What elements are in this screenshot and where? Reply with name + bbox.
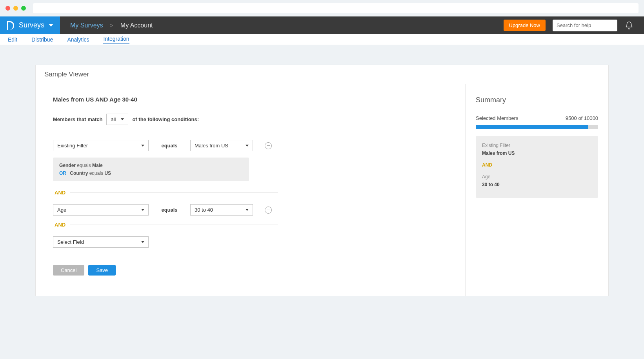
condition-row-3: Select Field [53, 236, 448, 248]
breadcrumb: My Surveys > My Account [60, 16, 153, 34]
progress-fill [476, 125, 588, 129]
selected-members-label: Selected Members [476, 115, 518, 121]
condition-3-field-select[interactable]: Select Field [53, 236, 149, 248]
condition-2-field-select[interactable]: Age [53, 204, 149, 216]
brand-label: Surveys [19, 21, 44, 29]
condition-1-value-select[interactable]: Males from US [190, 140, 253, 151]
detail-country-value: US [104, 170, 111, 176]
chevron-down-icon [49, 24, 53, 27]
detail-country-op: equals [89, 170, 103, 176]
sub-nav: Edit Distribue Analytics Integration [0, 34, 644, 45]
and-label: AND [55, 222, 65, 228]
workspace: Sample Viewer Males from US AND Age 30-4… [0, 45, 644, 316]
selected-members-value: 9500 of 10000 [566, 115, 598, 121]
selected-members-progress [476, 125, 598, 129]
and-divider-2: AND [55, 222, 448, 228]
subnav-edit[interactable]: Edit [8, 36, 17, 43]
minus-icon [267, 145, 270, 146]
remove-condition-1-button[interactable] [265, 142, 272, 149]
subnav-integration[interactable]: Integration [103, 36, 129, 44]
minimize-window-icon[interactable] [13, 6, 18, 11]
condition-2-operator: equals [160, 207, 178, 213]
condition-1-field-select[interactable]: Existing Filter [53, 140, 149, 151]
breadcrumb-separator: > [110, 22, 113, 29]
condition-1-value: Males from US [195, 143, 228, 149]
chevron-down-icon [141, 209, 144, 211]
condition-row-2: Age equals 30 to 40 [53, 204, 448, 216]
sample-viewer-card: Sample Viewer Males from US AND Age 30-4… [35, 65, 609, 296]
help-search-input[interactable] [553, 20, 617, 31]
filter-title: Males from US AND Age 30-40 [53, 96, 448, 103]
brand-dropdown[interactable]: Surveys [0, 16, 60, 34]
action-buttons: Cancel Save [53, 265, 448, 276]
notifications-icon[interactable] [624, 21, 634, 30]
traffic-lights [5, 6, 26, 11]
subnav-distribute[interactable]: Distribue [31, 36, 53, 43]
url-bar[interactable] [33, 3, 639, 13]
window-chrome [0, 0, 644, 16]
close-window-icon[interactable] [5, 6, 10, 11]
summary-filter-1-value: Males from US [482, 149, 592, 157]
match-prefix: Members that match [53, 116, 102, 122]
subnav-analytics[interactable]: Analytics [67, 36, 89, 43]
condition-row-1: Existing Filter equals Males from US [53, 140, 448, 151]
summary-box: Existing Filter Males from US AND Age 30… [476, 136, 598, 198]
card-title: Sample Viewer [36, 65, 608, 84]
breadcrumb-current: My Account [120, 22, 153, 29]
save-button[interactable]: Save [88, 265, 116, 276]
chevron-down-icon [246, 209, 249, 211]
condition-1-detail: Gender equals Male OR Country equals US [53, 158, 249, 181]
summary-title: Summary [476, 96, 598, 104]
chevron-down-icon [121, 118, 124, 120]
maximize-window-icon[interactable] [21, 6, 26, 11]
and-divider-1: AND [55, 190, 448, 196]
summary-and: AND [482, 161, 592, 169]
selected-members-row: Selected Members 9500 of 10000 [476, 115, 598, 121]
condition-1-operator: equals [160, 143, 178, 149]
filter-builder: Males from US AND Age 30-40 Members that… [36, 84, 465, 296]
match-mode-select[interactable]: all [106, 114, 128, 125]
summary-filter-1-label: Existing Filter [482, 143, 510, 148]
detail-gender-op: equals [77, 163, 91, 168]
condition-2-value: 30 to 40 [195, 207, 213, 213]
detail-gender-value: Male [92, 163, 103, 168]
breadcrumb-link[interactable]: My Surveys [70, 22, 103, 29]
condition-2-field-value: Age [57, 207, 66, 213]
main-nav: Surveys My Surveys > My Account Upgrade … [0, 16, 644, 34]
detail-country-label: Country [70, 170, 88, 176]
chevron-down-icon [246, 145, 249, 147]
logo-icon [7, 21, 14, 30]
chevron-down-icon [141, 241, 144, 243]
match-row: Members that match all of the following … [53, 114, 448, 125]
summary-filter-2-value: 30 to 40 [482, 181, 592, 189]
condition-3-field-value: Select Field [57, 239, 84, 245]
chevron-down-icon [141, 145, 144, 147]
condition-2-value-select[interactable]: 30 to 40 [190, 204, 253, 216]
remove-condition-2-button[interactable] [265, 207, 272, 214]
minus-icon [267, 210, 270, 210]
summary-filter-2-label: Age [482, 174, 490, 180]
upgrade-button[interactable]: Upgrade Now [504, 20, 546, 31]
cancel-button[interactable]: Cancel [53, 265, 84, 276]
detail-or: OR [59, 170, 66, 176]
condition-1-field-value: Existing Filter [57, 143, 88, 149]
match-suffix: of the following conditions: [132, 116, 199, 122]
match-mode-value: all [111, 116, 116, 122]
summary-pane: Summary Selected Members 9500 of 10000 E… [465, 84, 608, 296]
detail-gender-label: Gender [59, 163, 76, 168]
and-label: AND [55, 190, 65, 196]
nav-right: Upgrade Now [504, 16, 644, 34]
